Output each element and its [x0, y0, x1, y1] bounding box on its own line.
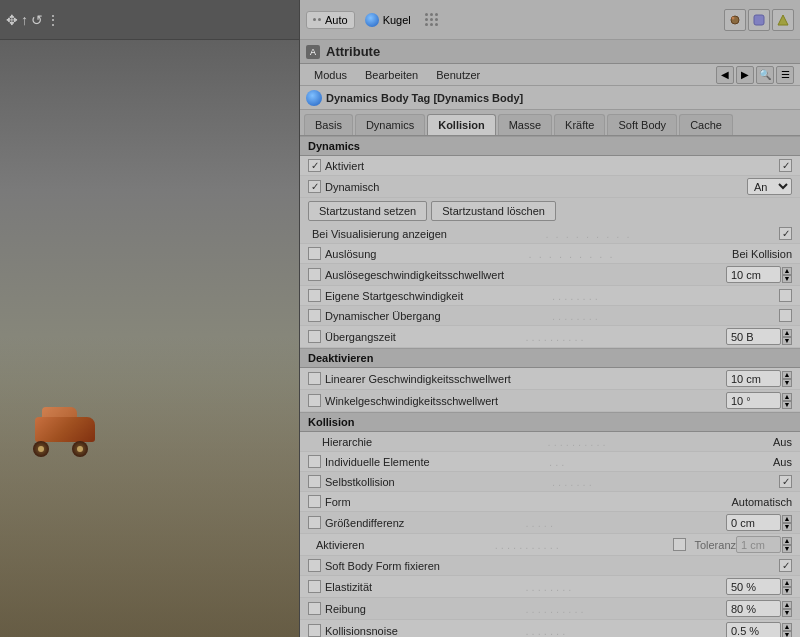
row-uebergangszeit: Übergangszeit . . . . . . . . . . 50 B ▲…	[300, 326, 800, 348]
content-scroll[interactable]: Dynamics Aktiviert Dynamisch An Aus	[300, 136, 800, 637]
checkbox-linearer[interactable]	[308, 372, 321, 385]
input-reibung[interactable]: 80 %	[726, 600, 781, 617]
row-aktivieren: Aktivieren . . . . . . . . . . . Toleran…	[300, 534, 800, 556]
checkbox-aktiviert-val[interactable]	[779, 159, 792, 172]
checkbox-individuelle[interactable]	[308, 455, 321, 468]
tab-masse[interactable]: Masse	[498, 114, 552, 135]
tab-cache[interactable]: Cache	[679, 114, 733, 135]
tab-kraefte[interactable]: Kräfte	[554, 114, 605, 135]
checkbox-aktiviert[interactable]	[308, 159, 321, 172]
toolbar-icon-1[interactable]	[724, 9, 746, 31]
up-icon[interactable]: ↑	[21, 12, 28, 28]
value-ausloesegeschw: 10 cm	[731, 269, 776, 281]
tabs-bar: Basis Dynamics Kollision Masse Kräfte So…	[300, 110, 800, 136]
checkbox-selbstkollision-val[interactable]	[779, 475, 792, 488]
spinner-toleranz: ▲ ▼	[782, 537, 792, 553]
checkbox-eigene-startgeschw[interactable]	[308, 289, 321, 302]
arrow-right[interactable]: ▶	[736, 66, 754, 84]
value-form: Automatisch	[731, 496, 792, 508]
checkbox-uebergangszeit[interactable]	[308, 330, 321, 343]
input-winkel[interactable]: 10 °	[726, 392, 781, 409]
spinner-up-elastizitaet[interactable]: ▲	[782, 579, 792, 587]
attribute-title: Attribute	[326, 44, 380, 59]
checkbox-kollisionsnoise[interactable]	[308, 624, 321, 637]
toolbar-icon-3[interactable]	[772, 9, 794, 31]
move-icon[interactable]: ✥	[6, 12, 18, 28]
toolbar-kugel[interactable]: Kugel	[359, 11, 417, 29]
tab-kollision[interactable]: Kollision	[427, 114, 495, 135]
tab-basis[interactable]: Basis	[304, 114, 353, 135]
spinner-down-elastizitaet[interactable]: ▼	[782, 587, 792, 595]
value-ausloesung: Bei Kollision	[732, 248, 792, 260]
toolbar-auto-label: Auto	[325, 14, 348, 26]
menu-benutzer[interactable]: Benutzer	[428, 67, 488, 83]
checkbox-dynamischer-uebergang[interactable]	[308, 309, 321, 322]
spinner-down-reibung[interactable]: ▼	[782, 609, 792, 617]
spinner-down-winkel[interactable]: ▼	[782, 401, 792, 409]
spinner-up-groessendiff[interactable]: ▲	[782, 515, 792, 523]
row-eigene-startgeschw: Eigene Startgeschwindigkeit . . . . . . …	[300, 286, 800, 306]
btn-startzustand-loeschen[interactable]: Startzustand löschen	[431, 201, 556, 221]
row-ausloesung: Auslösung . . . . . . . . . Bei Kollisio…	[300, 244, 800, 264]
spinner-down-toleranz[interactable]: ▼	[782, 545, 792, 553]
row-dynamisch: Dynamisch An Aus	[300, 176, 800, 198]
input-groessendiff[interactable]: 0 cm	[726, 514, 781, 531]
spinner-up-ausloesegeschw[interactable]: ▲	[782, 267, 792, 275]
checkbox-aktivieren[interactable]	[673, 538, 686, 551]
input-elastizitaet[interactable]: 50 %	[726, 578, 781, 595]
wheel-front-left	[33, 441, 49, 457]
spinner-ausloesegeschw: ▲ ▼	[782, 267, 792, 283]
spinner-up-kollisionsnoise[interactable]: ▲	[782, 623, 792, 631]
checkbox-form[interactable]	[308, 495, 321, 508]
arrow-search[interactable]: 🔍	[756, 66, 774, 84]
input-ausloesegeschw[interactable]: 10 cm	[726, 266, 781, 283]
value-kollisionsnoise: 0.5 %	[731, 625, 776, 637]
arrow-left[interactable]: ◀	[716, 66, 734, 84]
checkbox-eigene-val[interactable]	[779, 289, 792, 302]
spinner-down-linearer[interactable]: ▼	[782, 379, 792, 387]
checkbox-selbstkollision[interactable]	[308, 475, 321, 488]
spinner-up-toleranz[interactable]: ▲	[782, 537, 792, 545]
section-dynamics: Dynamics	[300, 136, 800, 156]
spinner-down-kollisionsnoise[interactable]: ▼	[782, 631, 792, 638]
spinner-down-ausloesegeschw[interactable]: ▼	[782, 275, 792, 283]
object-tag-row: Dynamics Body Tag [Dynamics Body]	[300, 86, 800, 110]
toolbar-auto-btn[interactable]: Auto	[306, 11, 355, 29]
tab-dynamics[interactable]: Dynamics	[355, 114, 425, 135]
checkbox-dynamischer-val[interactable]	[779, 309, 792, 322]
input-linearer[interactable]: 10 cm	[726, 370, 781, 387]
checkbox-groessendiff[interactable]	[308, 516, 321, 529]
checkbox-softbody-form-val[interactable]	[779, 559, 792, 572]
spinner-up-reibung[interactable]: ▲	[782, 601, 792, 609]
btn-startzustand-setzen[interactable]: Startzustand setzen	[308, 201, 427, 221]
checkbox-visualisierung[interactable]	[779, 227, 792, 240]
spinner-down-uebergangszeit[interactable]: ▼	[782, 337, 792, 345]
input-uebergangszeit[interactable]: 50 B	[726, 328, 781, 345]
checkbox-softbody-form[interactable]	[308, 559, 321, 572]
spinner-up-winkel[interactable]: ▲	[782, 393, 792, 401]
checkbox-dynamisch[interactable]	[308, 180, 321, 193]
spinner-up-linearer[interactable]: ▲	[782, 371, 792, 379]
checkbox-elastizitaet[interactable]	[308, 580, 321, 593]
toolbar-icon-2[interactable]	[748, 9, 770, 31]
checkbox-ausloesung[interactable]	[308, 247, 321, 260]
menu-bearbeiten[interactable]: Bearbeiten	[357, 67, 426, 83]
value-hierarchie: Aus	[773, 436, 792, 448]
checkbox-winkel[interactable]	[308, 394, 321, 407]
label-winkel: Winkelgeschwindigkeitsschwellwert	[325, 395, 526, 407]
spinner-down-groessendiff[interactable]: ▼	[782, 523, 792, 531]
arrow-menu[interactable]: ☰	[776, 66, 794, 84]
checkbox-reibung[interactable]	[308, 602, 321, 615]
checkbox-ausloesegeschw[interactable]	[308, 268, 321, 281]
refresh-icon[interactable]: ↺	[31, 12, 43, 28]
input-kollisionsnoise[interactable]: 0.5 %	[726, 622, 781, 637]
label-linearer: Linearer Geschwindigkeitsschwellwert	[325, 373, 526, 385]
select-dynamisch[interactable]: An Aus	[747, 178, 792, 195]
tab-softbody[interactable]: Soft Body	[607, 114, 677, 135]
menu-arrows: ◀ ▶ 🔍 ☰	[716, 66, 794, 84]
row-elastizitaet: Elastizität . . . . . . . . 50 % ▲ ▼	[300, 576, 800, 598]
wheel-hub-fr	[77, 446, 83, 452]
dots-icon[interactable]: ⋮	[46, 12, 60, 28]
spinner-up-uebergangszeit[interactable]: ▲	[782, 329, 792, 337]
menu-modus[interactable]: Modus	[306, 67, 355, 83]
